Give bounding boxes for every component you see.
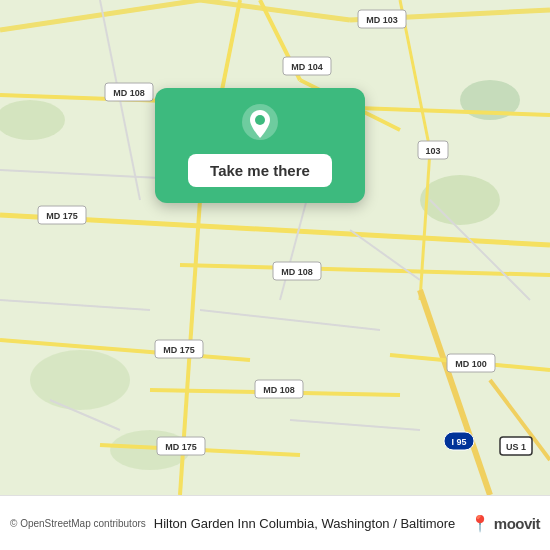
svg-text:MD 108: MD 108 xyxy=(263,385,295,395)
svg-text:MD 100: MD 100 xyxy=(455,359,487,369)
bottom-bar: © OpenStreetMap contributors Hilton Gard… xyxy=(0,495,550,550)
svg-text:103: 103 xyxy=(425,146,440,156)
svg-point-1 xyxy=(420,175,500,225)
location-card: Take me there xyxy=(155,88,365,203)
moovit-logo: 📍 moovit xyxy=(470,514,540,533)
take-me-button[interactable]: Take me there xyxy=(188,154,332,187)
map-svg: MD 103 MD 104 MD 108 103 MD 175 MD 108 M… xyxy=(0,0,550,495)
map-container: MD 103 MD 104 MD 108 103 MD 175 MD 108 M… xyxy=(0,0,550,495)
location-name: Hilton Garden Inn Columbia, Washington /… xyxy=(154,516,456,531)
svg-text:MD 103: MD 103 xyxy=(366,15,398,25)
svg-text:MD 175: MD 175 xyxy=(163,345,195,355)
svg-text:MD 175: MD 175 xyxy=(165,442,197,452)
svg-text:MD 108: MD 108 xyxy=(281,267,313,277)
svg-text:MD 104: MD 104 xyxy=(291,62,323,72)
moovit-pin-icon: 📍 xyxy=(470,514,490,533)
svg-text:MD 175: MD 175 xyxy=(46,211,78,221)
svg-text:I 95: I 95 xyxy=(451,437,466,447)
svg-text:US 1: US 1 xyxy=(506,442,526,452)
osm-credit: © OpenStreetMap contributors xyxy=(10,518,146,529)
svg-point-58 xyxy=(255,115,265,125)
svg-text:MD 108: MD 108 xyxy=(113,88,145,98)
pin-icon xyxy=(238,102,282,146)
bottom-info: Hilton Garden Inn Columbia, Washington /… xyxy=(154,514,540,533)
svg-point-3 xyxy=(30,350,130,410)
moovit-label: moovit xyxy=(494,515,540,532)
